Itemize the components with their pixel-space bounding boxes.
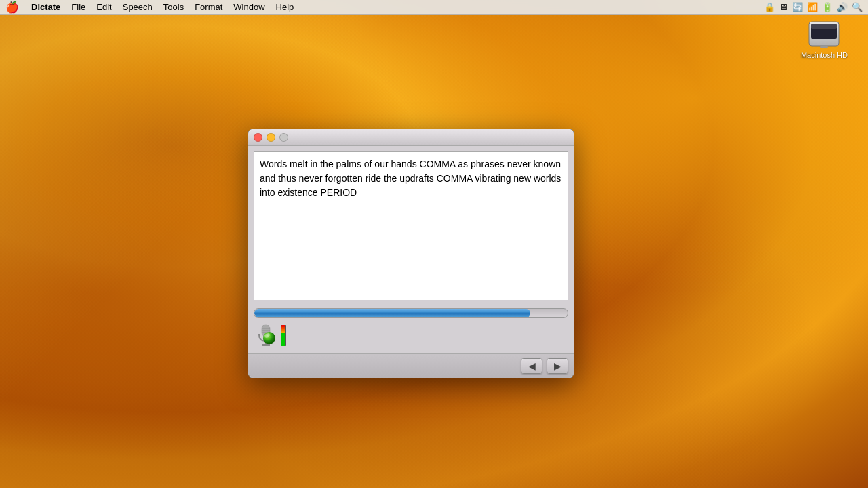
window-minimize-button[interactable]: [267, 133, 275, 142]
menu-file[interactable]: File: [66, 1, 91, 14]
menu-tools[interactable]: Tools: [158, 1, 189, 14]
svg-rect-2: [811, 24, 837, 29]
battery-icon: 🔋: [822, 2, 833, 12]
volume-icon: 🔊: [837, 2, 848, 12]
controls-area: [248, 321, 574, 353]
menu-format[interactable]: Format: [189, 1, 228, 14]
security-icon: 🔒: [764, 2, 775, 12]
macintosh-hd-icon[interactable]: Macintosh HD: [801, 20, 848, 59]
monitor-icon: 🖥: [779, 2, 788, 12]
wifi-icon: 📶: [807, 2, 818, 12]
hd-label: Macintosh HD: [801, 51, 848, 59]
sync-icon: 🔄: [792, 2, 803, 12]
hd-icon-graphic: [808, 20, 840, 49]
dictate-window: Words melt in the palms of our hands COM…: [248, 129, 574, 378]
progress-area: [248, 306, 574, 321]
search-icon[interactable]: 🔍: [852, 2, 863, 12]
dictation-text-area[interactable]: Words melt in the palms of our hands COM…: [254, 151, 568, 300]
menu-help[interactable]: Help: [271, 1, 300, 14]
mic-icon-container: [254, 323, 278, 348]
volume-meter-fill: [281, 333, 285, 346]
progress-bar-fill: [254, 309, 530, 317]
menubar: 🍎 Dictate File Edit Speech Tools Format …: [0, 0, 868, 15]
title-bar: [248, 129, 574, 146]
volume-meter: [281, 325, 286, 346]
window-close-button[interactable]: [254, 133, 262, 142]
apple-menu[interactable]: 🍎: [5, 1, 19, 14]
microphone-area: [254, 323, 286, 348]
progress-bar-track: [254, 308, 568, 318]
menu-speech[interactable]: Speech: [117, 1, 158, 14]
svg-point-10: [263, 332, 275, 344]
svg-rect-3: [820, 46, 828, 48]
window-maximize-button[interactable]: [279, 133, 288, 142]
nav-back-button[interactable]: ◀: [521, 358, 542, 374]
mic-icon: [254, 323, 278, 348]
menu-app-name[interactable]: Dictate: [26, 1, 66, 14]
menu-window[interactable]: Window: [228, 1, 270, 14]
menu-edit[interactable]: Edit: [91, 1, 117, 14]
nav-forward-button[interactable]: ▶: [547, 358, 568, 374]
menu-right-icons: 🔒 🖥 🔄 📶 🔋 🔊 🔍: [764, 2, 863, 12]
bottom-bar: ◀ ▶: [248, 353, 574, 378]
